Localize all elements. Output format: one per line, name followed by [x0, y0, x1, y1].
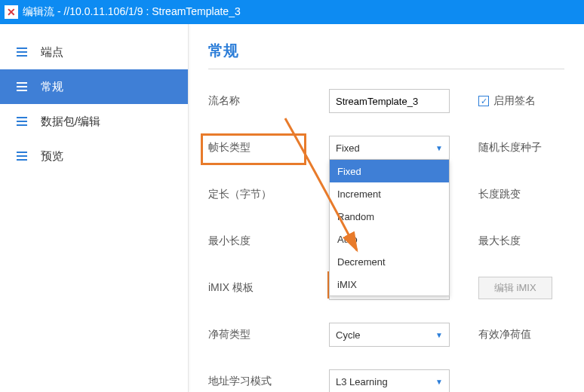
sidebar-item-packet[interactable]: 数据包/编辑 — [0, 104, 188, 139]
dropdown-item-increment[interactable]: Increment — [330, 182, 449, 205]
caret-down-icon: ▼ — [435, 378, 443, 386]
titlebar: ✕ 编辑流 - //10.0.11.106/1/9 : StreamTempla… — [0, 0, 584, 24]
frame-type-dropdown: Fixed Increment Random Auto Decrement iM… — [329, 160, 450, 296]
sidebar: 端点 常规 数据包/编辑 预览 — [0, 24, 189, 392]
menu-icon — [17, 82, 27, 91]
payload-type-select[interactable]: Cycle ▼ — [329, 323, 450, 347]
frame-type-value: Fixed — [336, 142, 360, 154]
sidebar-item-preview[interactable]: 预览 — [0, 139, 188, 173]
sidebar-item-label: 预览 — [41, 149, 63, 164]
dropdown-item-auto[interactable]: Auto — [330, 228, 449, 250]
menu-icon — [17, 152, 27, 161]
sidebar-item-label: 数据包/编辑 — [41, 115, 100, 129]
payload-value: Cycle — [336, 329, 361, 341]
enable-sign-checkbox[interactable]: ✓ 启用签名 — [478, 94, 536, 108]
label-len-step: 长度跳变 — [478, 188, 521, 201]
sidebar-item-label: 端点 — [41, 45, 63, 60]
stream-name-input[interactable] — [329, 89, 450, 113]
label-random-seed: 随机长度种子 — [478, 141, 542, 155]
label-payload-type: 净荷类型 — [208, 328, 329, 341]
label-addr-learn: 地址学习模式 — [208, 375, 329, 388]
label-imix-template: iMIX 模板 — [208, 281, 329, 295]
dropdown-item-random[interactable]: Random — [330, 205, 449, 228]
label-fixed-len: 定长（字节） — [208, 188, 329, 201]
dropdown-item-fixed[interactable]: Fixed — [330, 160, 449, 182]
caret-down-icon: ▼ — [435, 144, 443, 152]
section-title: 常规 — [208, 41, 564, 69]
label-frame-type: 帧长类型 — [208, 141, 251, 153]
sidebar-item-endpoint[interactable]: 端点 — [0, 35, 188, 69]
addr-learn-select[interactable]: L3 Learning ▼ — [329, 369, 450, 392]
sidebar-item-general[interactable]: 常规 — [0, 69, 188, 104]
window-title: 编辑流 - //10.0.11.106/1/9 : StreamTemplate… — [23, 5, 241, 19]
label-min-len: 最小长度 — [208, 234, 329, 248]
app-icon: ✕ — [5, 5, 18, 19]
dropdown-item-decrement[interactable]: Decrement — [330, 250, 449, 273]
edit-imix-button[interactable]: 编辑 iMIX — [478, 277, 552, 299]
sidebar-item-label: 常规 — [41, 80, 63, 94]
menu-icon — [17, 47, 27, 57]
label-max-len: 最大长度 — [478, 234, 521, 248]
window: ✕ 编辑流 - //10.0.11.106/1/9 : StreamTempla… — [0, 0, 584, 392]
menu-icon — [17, 117, 27, 126]
dropdown-item-imix[interactable]: iMIX — [330, 273, 449, 296]
content: 常规 流名称 ✓ 启用签名 帧长类型 — [189, 24, 584, 392]
label-payload-value: 有效净荷值 — [478, 328, 531, 341]
check-icon: ✓ — [478, 96, 489, 106]
enable-sign-label: 启用签名 — [493, 94, 536, 108]
frame-type-select[interactable]: Fixed ▼ — [329, 136, 450, 160]
caret-down-icon: ▼ — [435, 331, 443, 339]
addr-learn-value: L3 Learning — [336, 376, 388, 387]
label-stream-name: 流名称 — [208, 94, 329, 108]
